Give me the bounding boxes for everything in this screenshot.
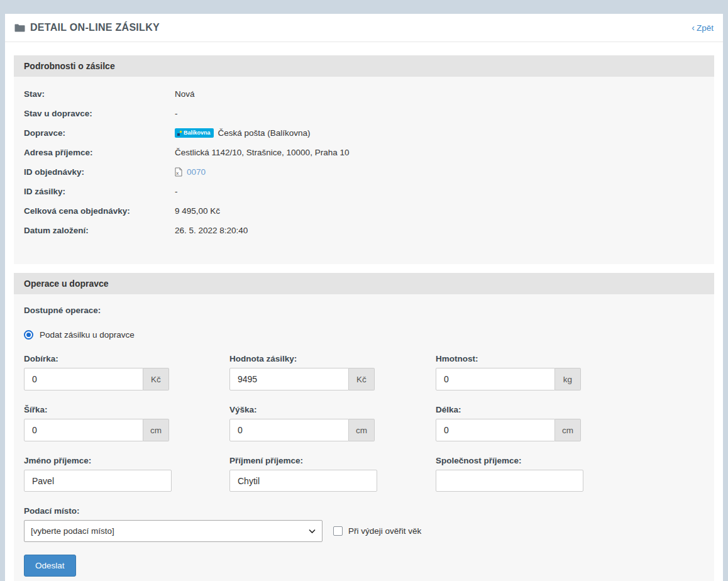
detail-row-adresa: Adresa příjemce: Čestlická 1142/10, Stra…	[24, 143, 704, 162]
field-delka: Délka: cm	[436, 405, 704, 441]
input-group: cm	[436, 419, 704, 441]
input-group: Kč	[229, 368, 436, 390]
form-row-3: Jméno příjemce: Příjmení příjemce: Spole…	[24, 456, 704, 492]
detail-row-id-objednavky: ID objednávky: x 0070	[24, 162, 704, 182]
input-group: Kč	[24, 368, 229, 390]
vyska-input[interactable]	[229, 419, 349, 441]
hodnota-zasilky-input[interactable]	[229, 368, 349, 390]
field-jmeno-prijemce: Jméno příjemce:	[24, 456, 229, 492]
chevron-left-icon: ‹	[692, 23, 695, 32]
field-dobirka: Dobírka: Kč	[24, 354, 229, 390]
detail-value: -	[175, 109, 178, 118]
carrier-name: Česká pošta (Balíkovna)	[218, 128, 311, 138]
folder-icon	[14, 24, 25, 32]
jmeno-prijemce-input[interactable]	[24, 470, 172, 492]
unit-addon: Kč	[349, 368, 375, 390]
details-panel-body: Stav: Nová Stav u dopravce: - Dopravce: …	[14, 77, 714, 264]
detail-label: Dopravce:	[24, 128, 175, 138]
field-label: Délka:	[436, 405, 704, 414]
operations-panel-heading: Operace u dopravce	[14, 273, 714, 294]
field-label: Šířka:	[24, 405, 229, 414]
field-spolecnost-prijemce: Společnost příjemce:	[436, 456, 704, 492]
balikovna-logo-icon	[177, 130, 182, 136]
detail-label: Datum založení:	[24, 226, 175, 235]
field-label: Výška:	[229, 405, 436, 414]
field-hodnota-zasilky: Hodnota zásilky: Kč	[229, 354, 436, 390]
detail-value: Balíkovna Česká pošta (Balíkovna)	[175, 128, 311, 138]
spolecnost-prijemce-input[interactable]	[436, 470, 583, 492]
verify-age-label: Při výdeji ověřit věk	[348, 526, 421, 536]
detail-row-celkova-cena: Celková cena objednávky: 9 495,00 Kč	[24, 201, 704, 221]
available-operations-label: Dostupné operace:	[24, 302, 704, 315]
detail-row-id-zasilky: ID zásilky: -	[24, 182, 704, 201]
field-label: Hodnota zásilky:	[229, 354, 436, 363]
field-label: Společnost příjemce:	[436, 456, 704, 465]
podaci-controls: [vyberte podací místo] Při výdeji ověřit…	[24, 520, 704, 542]
podaci-misto-select[interactable]: [vyberte podací místo]	[24, 520, 323, 542]
unit-addon: cm	[349, 419, 375, 441]
badge-label: Balíkovna	[184, 130, 211, 136]
svg-text:x: x	[176, 170, 179, 176]
delka-input[interactable]	[436, 419, 555, 441]
radio-label: Podat zásilku u dopravce	[40, 330, 135, 340]
field-label: Hmotnost:	[436, 354, 704, 363]
dobirka-input[interactable]	[24, 368, 143, 390]
form-row-1: Dobírka: Kč Hodnota zásilky: Kč	[24, 354, 704, 390]
field-label: Podací místo:	[24, 506, 704, 516]
sirka-input[interactable]	[24, 419, 143, 441]
detail-label: ID objednávky:	[24, 167, 175, 177]
hmotnost-input[interactable]	[436, 368, 555, 390]
form-row-2: Šířka: cm Výška: cm Dé	[24, 405, 704, 441]
verify-age-checkbox[interactable]	[333, 526, 343, 536]
detail-label: Stav u dopravce:	[24, 109, 175, 118]
detail-label: Celková cena objednávky:	[24, 206, 175, 216]
detail-value: x 0070	[175, 167, 206, 177]
page-header: DETAIL ON-LINE ZÁSILKY ‹ Zpět	[5, 14, 723, 42]
field-sirka: Šířka: cm	[24, 405, 229, 441]
detail-value: -	[175, 187, 178, 196]
detail-row-stav: Stav: Nová	[24, 84, 704, 104]
balikovna-badge: Balíkovna	[175, 128, 214, 138]
podaci-misto-select-wrap: [vyberte podací místo]	[24, 520, 323, 542]
input-group: kg	[436, 368, 704, 390]
prijmeni-prijemce-input[interactable]	[229, 470, 377, 492]
operations-panel-body: Dostupné operace: Podat zásilku u doprav…	[14, 294, 714, 581]
detail-label: Stav:	[24, 89, 175, 99]
field-label: Příjmení příjemce:	[229, 456, 436, 465]
card-content: Podrobnosti o zásilce Stav: Nová Stav u …	[5, 42, 723, 581]
unit-addon: cm	[555, 419, 581, 441]
detail-value: Nová	[175, 89, 195, 99]
shipment-details-panel: Podrobnosti o zásilce Stav: Nová Stav u …	[14, 55, 714, 264]
back-link-label: Zpět	[697, 23, 714, 33]
unit-addon: kg	[555, 368, 581, 390]
order-id-link[interactable]: 0070	[187, 167, 206, 177]
detail-row-stav-u-dopravce: Stav u dopravce: -	[24, 104, 704, 123]
verify-age-row: Při výdeji ověřit věk	[333, 526, 421, 536]
main-card: DETAIL ON-LINE ZÁSILKY ‹ Zpět Podrobnost…	[5, 14, 723, 581]
page-title-text: DETAIL ON-LINE ZÁSILKY	[30, 22, 160, 33]
detail-value: 26. 5. 2022 8:20:40	[175, 226, 248, 235]
field-prijmeni-prijemce: Příjmení příjemce:	[229, 456, 436, 492]
detail-value: 9 495,00 Kč	[175, 206, 220, 216]
page-title: DETAIL ON-LINE ZÁSILKY	[14, 22, 160, 33]
submit-button[interactable]: Odeslat	[24, 555, 76, 577]
detail-label: Adresa příjemce:	[24, 148, 175, 157]
detail-value: Čestlická 1142/10, Strašnice, 10000, Pra…	[175, 148, 349, 157]
back-link[interactable]: ‹ Zpět	[692, 23, 714, 33]
field-vyska: Výška: cm	[229, 405, 436, 441]
field-label: Jméno příjemce:	[24, 456, 229, 465]
document-icon: x	[175, 167, 182, 177]
operation-radio-row: Podat zásilku u dopravce	[24, 330, 704, 340]
unit-addon: cm	[143, 419, 169, 441]
detail-label: ID zásilky:	[24, 187, 175, 196]
details-panel-heading: Podrobnosti o zásilce	[14, 55, 714, 77]
unit-addon: Kč	[143, 368, 169, 390]
detail-row-datum-zalozeni: Datum založení: 26. 5. 2022 8:20:40	[24, 221, 704, 240]
input-group: cm	[24, 419, 229, 441]
input-group: cm	[229, 419, 436, 441]
carrier-operations-panel: Operace u dopravce Dostupné operace: Pod…	[14, 273, 714, 581]
field-hmotnost: Hmotnost: kg	[436, 354, 704, 390]
radio-podat-zasilku[interactable]	[24, 330, 33, 340]
form-row-podaci-misto: Podací místo: [vyberte podací místo]	[24, 506, 704, 542]
detail-row-dopravce: Dopravce: Balíkovna Česká pošta (Balíkov…	[24, 123, 704, 143]
